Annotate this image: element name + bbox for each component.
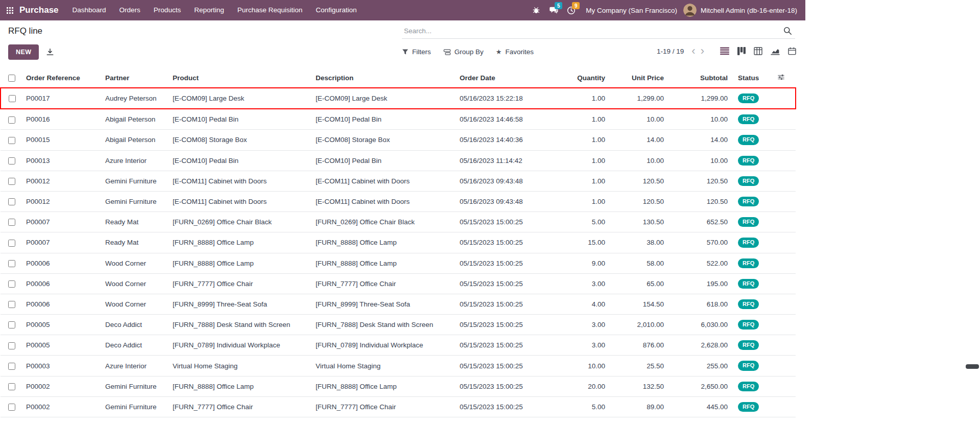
cell-partner[interactable]: Deco Addict [100,335,168,356]
cell-quantity[interactable]: 1.00 [529,171,610,191]
cell-quantity[interactable]: 10.00 [529,356,610,376]
cell-order-date[interactable]: 05/16/2023 14:40:36 [455,130,529,150]
row-checkbox[interactable] [8,342,15,349]
cell-order-date[interactable]: 05/15/2023 15:00:25 [455,232,529,253]
cell-subtotal[interactable]: 2,650.00 [669,376,733,396]
cell-status[interactable]: RFQ [733,376,767,396]
cell-description[interactable]: [FURN_7777] Office Chair [310,396,455,417]
table-row[interactable]: P00002 Gemini Furniture [FURN_8888] Offi… [1,376,796,396]
cell-product[interactable]: [FURN_8888] Office Lamp [168,232,310,253]
cell-partner[interactable]: Ready Mat [100,232,168,253]
row-checkbox[interactable] [8,260,15,267]
list-view-button[interactable] [719,46,730,56]
cell-unit-price[interactable]: 10.00 [610,109,669,130]
cell-unit-price[interactable]: 132.50 [610,376,669,396]
cell-description[interactable]: [E-COM08] Storage Box [310,130,455,150]
app-name[interactable]: Purchase [19,5,59,15]
pivot-view-button[interactable] [753,46,763,56]
cell-order-date[interactable]: 05/16/2023 15:22:18 [455,88,529,109]
cell-order-date[interactable]: 05/15/2023 15:00:25 [455,356,529,376]
cell-product[interactable]: [E-COM10] Pedal Bin [168,109,310,130]
cell-unit-price[interactable]: 25.50 [610,356,669,376]
table-row[interactable]: P00017 Audrey Peterson [E-COM09] Large D… [1,88,796,109]
cell-unit-price[interactable]: 89.00 [610,396,669,417]
cell-quantity[interactable]: 1.00 [529,109,610,130]
cell-subtotal[interactable]: 2,628.00 [669,335,733,356]
kanban-view-button[interactable] [736,46,747,56]
cell-partner[interactable]: Wood Corner [100,273,168,294]
column-header-order-reference[interactable]: Order Reference [21,68,100,88]
cell-order-date[interactable]: 05/15/2023 15:00:25 [455,294,529,314]
row-checkbox[interactable] [8,240,15,247]
cell-status[interactable]: RFQ [733,273,767,294]
cell-status[interactable]: RFQ [733,396,767,417]
cell-description[interactable]: [FURN_8888] Office Lamp [310,376,455,396]
calendar-view-button[interactable] [787,46,797,56]
cell-description[interactable]: Virtual Home Staging [310,356,455,376]
user-menu[interactable]: Mitchell Admin (db-16-enter-18) [697,7,801,14]
row-checkbox[interactable] [8,301,15,308]
cell-unit-price[interactable]: 120.50 [610,171,669,191]
cell-unit-price[interactable]: 10.00 [610,150,669,171]
cell-quantity[interactable]: 9.00 [529,253,610,273]
cell-product[interactable]: [E-COM11] Cabinet with Doors [168,191,310,211]
cell-unit-price[interactable]: 65.00 [610,273,669,294]
cell-product[interactable]: [FURN_7777] Office Chair [168,273,310,294]
new-button[interactable]: NEW [8,44,39,60]
search-icon[interactable] [782,26,793,36]
cell-unit-price[interactable]: 120.50 [610,191,669,211]
cell-order-date[interactable]: 05/15/2023 15:00:25 [455,212,529,232]
cell-subtotal[interactable]: 6,030.00 [669,315,733,335]
cell-order-reference[interactable]: P00013 [21,150,100,171]
cell-description[interactable]: [FURN_0789] Individual Workplace [310,335,455,356]
cell-unit-price[interactable]: 38.00 [610,232,669,253]
export-icon[interactable] [46,48,54,56]
cell-order-date[interactable]: 05/16/2023 09:43:48 [455,171,529,191]
cell-order-date[interactable]: 05/15/2023 15:00:25 [455,376,529,396]
cell-order-reference[interactable]: P00015 [21,130,100,150]
cell-order-date[interactable]: 05/15/2023 15:00:25 [455,396,529,417]
scrollbar-thumb[interactable] [966,364,979,369]
row-checkbox[interactable] [8,383,15,390]
filters-button[interactable]: Filters [402,48,431,56]
cell-status[interactable]: RFQ [733,150,767,171]
cell-product[interactable]: Virtual Home Staging [168,356,310,376]
cell-unit-price[interactable]: 876.00 [610,335,669,356]
cell-product[interactable]: [E-COM08] Storage Box [168,130,310,150]
cell-product[interactable]: [FURN_8888] Office Lamp [168,376,310,396]
cell-description[interactable]: [E-COM10] Pedal Bin [310,109,455,130]
cell-unit-price[interactable]: 58.00 [610,253,669,273]
cell-order-reference[interactable]: P00007 [21,232,100,253]
cell-order-reference[interactable]: P00002 [21,396,100,417]
column-header-product[interactable]: Product [168,68,310,88]
cell-subtotal[interactable]: 522.00 [669,253,733,273]
cell-description[interactable]: [E-COM09] Large Desk [310,88,455,109]
cell-quantity[interactable]: 5.00 [529,212,610,232]
cell-partner[interactable]: Azure Interior [100,150,168,171]
cell-status[interactable]: RFQ [733,335,767,356]
cell-order-reference[interactable]: P00016 [21,109,100,130]
cell-order-reference[interactable]: P00006 [21,253,100,273]
cell-quantity[interactable]: 5.00 [529,396,610,417]
cell-partner[interactable]: Gemini Furniture [100,171,168,191]
cell-product[interactable]: [FURN_7888] Desk Stand with Screen [168,315,310,335]
cell-subtotal[interactable]: 255.00 [669,356,733,376]
cell-description[interactable]: [E-COM10] Pedal Bin [310,150,455,171]
table-row[interactable]: P00003 Azure Interior Virtual Home Stagi… [1,356,796,376]
cell-subtotal[interactable]: 618.00 [669,294,733,314]
cell-status[interactable]: RFQ [733,130,767,150]
row-checkbox[interactable] [8,219,15,226]
cell-partner[interactable]: Deco Addict [100,315,168,335]
nav-menu-item[interactable]: Dashboard [66,0,113,20]
cell-quantity[interactable]: 1.00 [529,88,610,109]
cell-partner[interactable]: Azure Interior [100,356,168,376]
cell-unit-price[interactable]: 2,010.00 [610,315,669,335]
column-header-partner[interactable]: Partner [100,68,168,88]
cell-order-reference[interactable]: P00012 [21,171,100,191]
table-row[interactable]: P00006 Wood Corner [FURN_8888] Office La… [1,253,796,273]
cell-subtotal[interactable]: 10.00 [669,150,733,171]
cell-status[interactable]: RFQ [733,191,767,211]
cell-quantity[interactable]: 3.00 [529,273,610,294]
cell-order-reference[interactable]: P00006 [21,273,100,294]
table-row[interactable]: P00005 Deco Addict [FURN_7888] Desk Stan… [1,315,796,335]
